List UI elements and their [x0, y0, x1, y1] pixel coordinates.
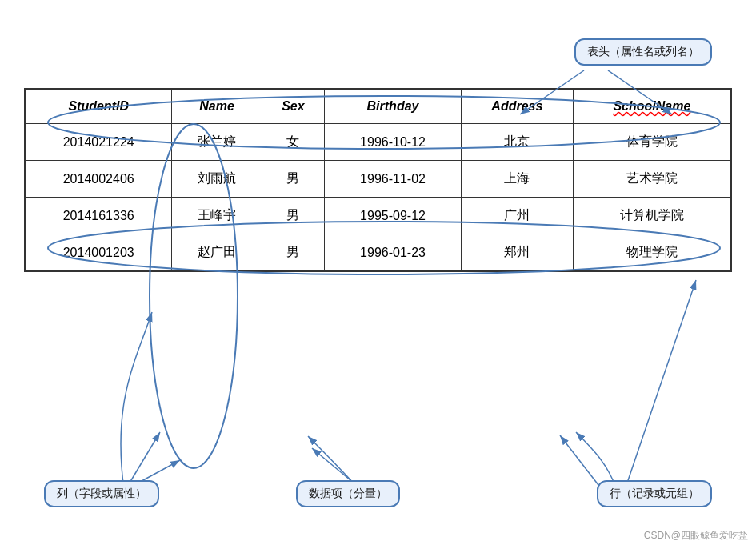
col-header-sex: Sex — [262, 89, 325, 124]
svg-line-7 — [560, 435, 604, 492]
cell-name: 刘雨航 — [172, 161, 262, 198]
col-header-name: Name — [172, 89, 262, 124]
cell-birthday: 1996-10-12 — [325, 124, 462, 161]
data-item-annotation: 数据项（分量） — [296, 480, 400, 507]
cell-school: 物理学院 — [573, 234, 731, 272]
row-annotation: 行（记录或元组） — [597, 480, 712, 507]
cell-birthday: 1996-01-23 — [325, 234, 462, 272]
cell-school: 体育学院 — [573, 124, 731, 161]
col-header-birthday: Birthday — [325, 89, 462, 124]
cell-address: 广州 — [461, 198, 573, 234]
cell-studentid: 2014161336 — [25, 198, 172, 234]
column-annotation: 列（字段或属性） — [44, 480, 159, 507]
cell-address: 郑州 — [461, 234, 573, 272]
col-header-schoolname: SchoolName — [573, 89, 731, 124]
cell-birthday: 1996-11-02 — [325, 161, 462, 198]
col-header-studentid: StudentID — [25, 89, 172, 124]
cell-birthday: 1995-09-12 — [325, 198, 462, 234]
header-annotation: 表头（属性名或列名） — [574, 38, 712, 66]
table-row: 2014002406 刘雨航 男 1996-11-02 上海 艺术学院 — [25, 161, 731, 198]
svg-line-8 — [624, 280, 696, 492]
table-header-row: StudentID Name Sex Birthday Address Scho… — [25, 89, 731, 124]
watermark: CSDN@四眼鲸鱼爱吃盐 — [644, 529, 748, 543]
table-row: 2014001203 赵广田 男 1996-01-23 郑州 物理学院 — [25, 234, 731, 272]
cell-address: 北京 — [461, 124, 573, 161]
cell-studentid: 2014001203 — [25, 234, 172, 272]
cell-school: 计算机学院 — [573, 198, 731, 234]
col-header-address: Address — [461, 89, 573, 124]
cell-studentid: 2014021224 — [25, 124, 172, 161]
cell-sex: 男 — [262, 198, 325, 234]
cell-sex: 男 — [262, 234, 325, 272]
cell-name: 王峰宇 — [172, 198, 262, 234]
cell-address: 上海 — [461, 161, 573, 198]
cell-sex: 男 — [262, 161, 325, 198]
cell-sex: 女 — [262, 124, 325, 161]
cell-studentid: 2014002406 — [25, 161, 172, 198]
annotation-overlay — [0, 0, 756, 549]
table-row: 2014021224 张兰婷 女 1996-10-12 北京 体育学院 — [25, 124, 731, 161]
main-container: 表头（属性名或列名） StudentID Name Sex Birthday A… — [0, 0, 756, 549]
table-wrapper: StudentID Name Sex Birthday Address Scho… — [24, 88, 732, 272]
cell-name: 赵广田 — [172, 234, 262, 272]
cell-name: 张兰婷 — [172, 124, 262, 161]
student-table: StudentID Name Sex Birthday Address Scho… — [24, 88, 732, 272]
cell-school: 艺术学院 — [573, 161, 731, 198]
table-row: 2014161336 王峰宇 男 1995-09-12 广州 计算机学院 — [25, 198, 731, 234]
